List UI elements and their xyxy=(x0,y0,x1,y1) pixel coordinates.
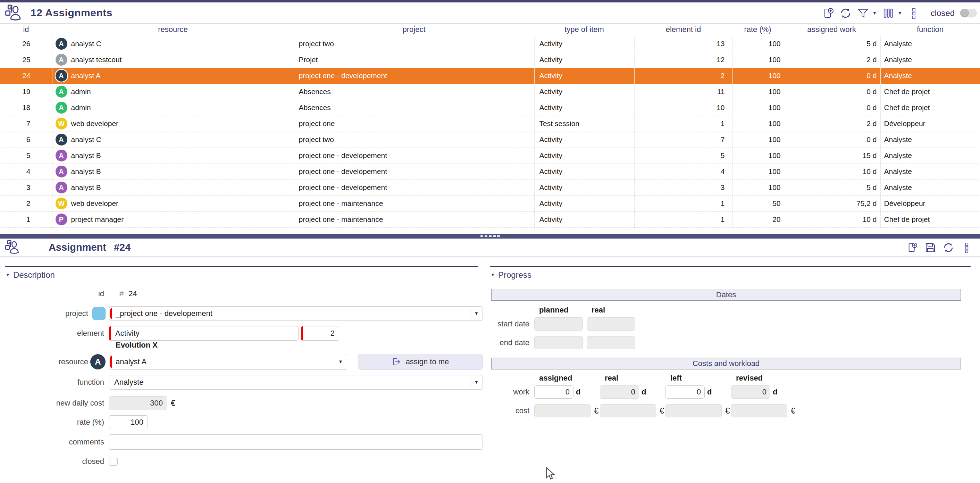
cell-id: 18 xyxy=(0,100,52,116)
euro-suffix: € xyxy=(594,406,598,416)
field-row-resource: resource A analyst A ▼ assign to m xyxy=(5,354,478,370)
table-row[interactable]: 19 A admin Absences Activity 11 100 0 d … xyxy=(0,84,980,100)
filter-caret-icon[interactable]: ▼ xyxy=(872,10,877,16)
table-row[interactable]: 4 A analyst B project one - developement… xyxy=(0,164,980,180)
column-header-type[interactable]: type of item xyxy=(534,24,634,36)
cell-element-id: 12 xyxy=(634,52,732,68)
panel-gap xyxy=(0,228,980,234)
comments-input[interactable] xyxy=(109,434,483,450)
dates-column-headers: planned real xyxy=(539,306,970,315)
project-combobox[interactable]: _project one - developement ▼ xyxy=(109,306,483,321)
resource-name: admin xyxy=(71,88,91,96)
cell-type-of-item: Activity xyxy=(534,212,634,228)
cell-rate: 100 xyxy=(732,36,783,52)
more-icon[interactable] xyxy=(961,242,972,253)
column-header-assigned-work[interactable]: assigned work xyxy=(783,24,880,36)
description-section-toggle[interactable]: ▼ Description xyxy=(6,270,478,280)
closed-label: closed xyxy=(5,457,109,466)
table-row[interactable]: 18 A admin Absences Activity 10 100 0 d … xyxy=(0,100,980,116)
new-daily-cost-input xyxy=(109,396,167,410)
day-suffix: d xyxy=(707,387,712,397)
column-header-id[interactable]: id xyxy=(0,24,52,36)
table-row[interactable]: 2 W web developer project one - maintena… xyxy=(0,196,980,212)
cell-assigned-work: 5 d xyxy=(783,180,880,196)
panel-splitter[interactable] xyxy=(0,234,980,239)
cell-element-id: 7 xyxy=(634,132,732,148)
element-type-input[interactable] xyxy=(109,326,299,341)
column-header-resource[interactable]: resource xyxy=(52,24,294,36)
work-left-input[interactable] xyxy=(665,386,705,399)
cell-id: 5 xyxy=(0,148,52,164)
chevron-down-icon[interactable]: ▼ xyxy=(334,355,347,368)
assigned-column-header: assigned xyxy=(539,374,605,383)
closed-checkbox[interactable] xyxy=(109,457,118,465)
assignment-icon xyxy=(5,240,19,255)
resource-name: analyst C xyxy=(71,135,102,144)
cell-assigned-work: 0 d xyxy=(783,84,880,100)
cell-assigned-work: 15 d xyxy=(783,148,880,164)
table-row[interactable]: 6 A analyst C project two Activity 7 100… xyxy=(0,132,980,148)
add-document-icon[interactable] xyxy=(822,7,834,19)
cell-assigned-work: 0 d xyxy=(783,132,880,148)
cell-assigned-work: 10 d xyxy=(783,212,880,228)
assign-arrow-icon xyxy=(392,357,402,367)
rate-input[interactable] xyxy=(109,415,148,429)
assignments-table-body: 26 A analyst C project two Activity 13 1… xyxy=(0,36,980,228)
page-title: 12 Assignments xyxy=(30,7,113,19)
table-row[interactable]: 1 P project manager project one - mainte… xyxy=(0,212,980,228)
field-row-closed: closed xyxy=(5,457,478,466)
table-row[interactable]: 25 A analyst testcout Projet Activity 12… xyxy=(0,52,980,68)
cell-assigned-work: 5 d xyxy=(783,36,880,52)
filter-icon[interactable] xyxy=(857,7,869,19)
id-label: id xyxy=(5,289,109,298)
cell-id: 19 xyxy=(0,84,52,100)
splitter-handle-icon[interactable] xyxy=(480,235,500,237)
save-icon[interactable] xyxy=(924,242,936,253)
function-select[interactable]: Analyste ▼ xyxy=(109,375,483,390)
column-header-rate[interactable]: rate (%) xyxy=(732,24,783,36)
table-row[interactable]: 3 A analyst B project one - developement… xyxy=(0,180,980,196)
field-row-comments: comments xyxy=(5,434,478,450)
toggle-knob xyxy=(960,9,969,18)
column-header-element-id[interactable]: element id xyxy=(634,24,732,36)
detail-title-label: Assignment xyxy=(49,242,106,253)
cell-function: Analyste xyxy=(880,164,980,180)
refresh-icon[interactable] xyxy=(942,242,954,253)
refresh-icon[interactable] xyxy=(840,7,851,19)
table-row[interactable]: 7 W web developer project one Test sessi… xyxy=(0,116,980,132)
more-icon[interactable] xyxy=(908,7,920,19)
chevron-down-icon[interactable]: ▼ xyxy=(470,308,482,319)
assign-to-me-button[interactable]: assign to me xyxy=(358,354,483,370)
cell-function: Analyste xyxy=(880,68,980,84)
add-document-icon[interactable] xyxy=(907,242,918,253)
resource-value: analyst A xyxy=(116,357,146,366)
cell-project: project one - developement xyxy=(294,180,534,196)
project-color-swatch xyxy=(92,307,105,320)
progress-section-toggle[interactable]: ▼ Progress xyxy=(490,270,970,280)
cell-assigned-work: 0 d xyxy=(783,100,880,116)
closed-toggle[interactable] xyxy=(960,9,977,18)
cell-project: project one xyxy=(294,116,534,132)
real-column-header: real xyxy=(605,374,670,383)
start-date-row: start date xyxy=(490,317,970,331)
detail-toolbar xyxy=(907,239,972,257)
columns-icon[interactable] xyxy=(883,7,894,19)
day-suffix: d xyxy=(641,387,646,397)
cell-rate: 100 xyxy=(732,100,783,116)
table-row[interactable]: 5 A analyst B project one - developement… xyxy=(0,148,980,164)
cost-left-input xyxy=(665,404,722,418)
element-id-input[interactable] xyxy=(301,326,339,341)
chevron-down-icon[interactable]: ▼ xyxy=(470,377,482,388)
cell-rate: 50 xyxy=(732,196,783,212)
cell-element-id: 1 xyxy=(634,196,732,212)
element-name-link[interactable]: Evolution X xyxy=(116,341,158,350)
column-header-project[interactable]: project xyxy=(294,24,534,36)
work-assigned-input[interactable] xyxy=(534,386,573,399)
cell-function: Analyste xyxy=(880,180,980,196)
columns-caret-icon[interactable]: ▼ xyxy=(898,10,902,16)
column-header-function[interactable]: function xyxy=(880,24,980,36)
table-row[interactable]: 26 A analyst C project two Activity 13 1… xyxy=(0,36,980,52)
cell-id: 2 xyxy=(0,196,52,212)
resource-combobox[interactable]: analyst A ▼ xyxy=(109,354,347,370)
table-row[interactable]: 24 A analyst A project one - developemen… xyxy=(0,68,980,84)
